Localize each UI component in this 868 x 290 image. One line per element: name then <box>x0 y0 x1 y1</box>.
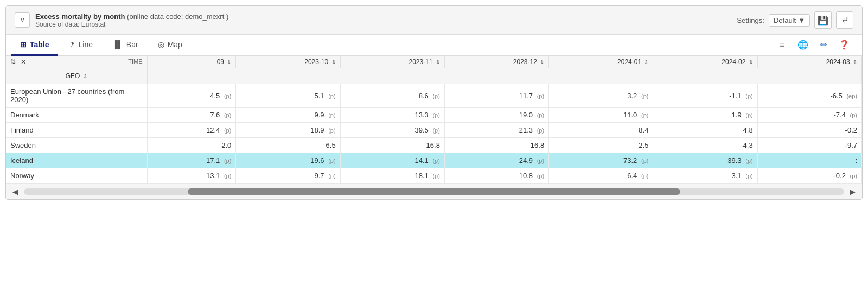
header-right: Settings: Default ▼ 💾 ⤶ <box>737 11 853 29</box>
flag-tag: (p) <box>224 157 231 164</box>
table-control-row: ⇅ ✕ TIME 09 ⇕ 2023-10 ⇕ 2023-11 ⇕ 2023-1 <box>6 56 862 68</box>
main-title: Excess mortality by month (online data c… <box>35 12 228 21</box>
data-cell: 1.9 (p) <box>653 108 757 123</box>
geo-header[interactable]: GEO ⇕ <box>6 68 147 84</box>
geo-cell: Iceland <box>6 153 147 168</box>
data-cell: 9.9 (p) <box>236 108 340 123</box>
flag-tag: (p) <box>745 93 752 99</box>
sort-icon[interactable]: ⇅ <box>10 58 16 66</box>
data-cell: 21.3 (p) <box>444 123 548 138</box>
col-2024-01-header[interactable]: 2024-01 ⇕ <box>549 56 653 68</box>
flag-tag: (p) <box>328 93 335 99</box>
data-cell: 7.6 (p) <box>147 108 236 123</box>
dropdown-arrow-icon: ▼ <box>798 16 805 24</box>
flag-tag: (p) <box>745 157 752 164</box>
sort-2023-11-icon: ⇕ <box>436 59 440 65</box>
col-2024-02-header[interactable]: 2024-02 ⇕ <box>653 56 757 68</box>
data-cell: -9.7 <box>757 138 861 153</box>
scrollbar-thumb[interactable] <box>188 188 680 195</box>
tab-map[interactable]: ◎ Map <box>149 35 191 56</box>
col-2023-09-header[interactable]: 09 ⇕ <box>147 56 236 68</box>
bar-tab-icon: ▐▌ <box>112 40 123 49</box>
flag-tag: (p) <box>432 127 439 134</box>
col-2023-12-header[interactable]: 2023-12 ⇕ <box>444 56 548 68</box>
flag-tag: (p) <box>224 173 231 179</box>
data-cell: 13.1 (p) <box>147 168 236 184</box>
table-row[interactable]: Iceland 17.1 (p) 19.6 (p) 14.1 (p) 24.9 … <box>6 153 862 168</box>
data-cell: 19.6 (p) <box>236 153 340 168</box>
flag-tag: (p) <box>224 112 231 118</box>
share-icon: ⤶ <box>841 14 849 26</box>
flag-tag: (p) <box>224 127 231 134</box>
flag-tag: (p) <box>432 157 439 164</box>
table-tab-label: Table <box>30 40 49 49</box>
table-row[interactable]: Sweden 2.0 6.5 16.8 16.8 2.5 -4.3 -9.7 <box>6 138 862 153</box>
geo-spacer <box>147 68 862 84</box>
data-cell: -1.1 (p) <box>653 84 757 108</box>
settings-dropdown[interactable]: Default ▼ <box>769 14 810 27</box>
data-cell: 6.5 <box>236 138 340 153</box>
edit-icon[interactable]: ✏ <box>815 37 832 53</box>
sort-2024-01-icon: ⇕ <box>644 59 648 65</box>
col-2023-11-header[interactable]: 2023-11 ⇕ <box>340 56 444 68</box>
data-cell: 24.9 (p) <box>444 153 548 168</box>
data-cell: 19.0 (p) <box>444 108 548 123</box>
help-icon[interactable]: ❓ <box>836 37 852 53</box>
scroll-right-button[interactable]: ▶ <box>846 186 859 197</box>
flag-tag: (p) <box>745 173 752 179</box>
data-cell: 73.2 (p) <box>549 153 653 168</box>
scroll-left-button[interactable]: ◀ <box>9 186 22 197</box>
data-cell: 12.4 (p) <box>147 123 236 138</box>
data-cell: 39.3 (p) <box>653 153 757 168</box>
settings-label: Settings: <box>737 16 764 24</box>
data-table: ⇅ ✕ TIME 09 ⇕ 2023-10 ⇕ 2023-11 ⇕ 2023-1 <box>6 56 862 184</box>
data-cell: -4.3 <box>653 138 757 153</box>
data-cell: 2.5 <box>549 138 653 153</box>
data-cell: : <box>757 153 861 168</box>
data-cell: -0.2 (p) <box>757 168 861 184</box>
flag-tag: (p) <box>641 157 648 164</box>
share-button[interactable]: ⤶ <box>836 11 853 29</box>
flag-tag: (p) <box>641 93 648 99</box>
table-row[interactable]: Denmark 7.6 (p) 9.9 (p) 13.3 (p) 19.0 (p… <box>6 108 862 123</box>
data-cell: 11.0 (p) <box>549 108 653 123</box>
flag-tag: (p) <box>432 173 439 179</box>
table-row[interactable]: Finland 12.4 (p) 18.9 (p) 39.5 (p) 21.3 … <box>6 123 862 138</box>
geo-subheader-row: GEO ⇕ <box>6 68 862 84</box>
table-row[interactable]: Norway 13.1 (p) 9.7 (p) 18.1 (p) 10.8 (p… <box>6 168 862 184</box>
data-cell: 13.3 (p) <box>340 108 444 123</box>
flag-tag: (p) <box>537 112 544 118</box>
map-tab-icon: ◎ <box>158 40 164 49</box>
sort-control-cell: ⇅ ✕ TIME <box>6 56 147 68</box>
table-row[interactable]: European Union - 27 countries (from 2020… <box>6 84 862 108</box>
sort-2023-12-icon: ⇕ <box>540 59 544 65</box>
data-cell: -7.4 (p) <box>757 108 861 123</box>
data-cell: -6.5 (ep) <box>757 84 861 108</box>
data-cell: 3.2 (p) <box>549 84 653 108</box>
data-cell: 9.7 (p) <box>236 168 340 184</box>
collapse-button[interactable]: ∨ <box>15 12 30 28</box>
save-button[interactable]: 💾 <box>814 11 832 29</box>
data-cell: 16.8 <box>444 138 548 153</box>
flag-tag: (p) <box>641 173 648 179</box>
flag-tag: (p) <box>537 157 544 164</box>
table-body: European Union - 27 countries (from 2020… <box>6 84 862 184</box>
scrollbar-track[interactable] <box>24 188 844 195</box>
globe-icon[interactable]: 🌐 <box>795 37 811 53</box>
tab-table[interactable]: ⊞ Table <box>11 35 58 56</box>
line-tab-icon: ↗ <box>67 39 76 50</box>
filter-icon[interactable]: ≡ <box>774 37 790 53</box>
tab-bar[interactable]: ▐▌ Bar <box>104 35 147 56</box>
tab-line[interactable]: ↗ Line <box>60 35 101 56</box>
data-cell: 17.1 (p) <box>147 153 236 168</box>
data-cell: 10.8 (p) <box>444 168 548 184</box>
table-container: ⇅ ✕ TIME 09 ⇕ 2023-10 ⇕ 2023-11 ⇕ 2023-1 <box>6 56 862 184</box>
flag-tag: (p) <box>850 112 857 118</box>
header-title: Excess mortality by month (online data c… <box>35 12 228 28</box>
col-2023-10-header[interactable]: 2023-10 ⇕ <box>236 56 340 68</box>
sort-2024-03-icon: ⇕ <box>853 59 857 65</box>
clear-icon[interactable]: ✕ <box>21 58 26 66</box>
data-cell: -0.2 <box>757 123 861 138</box>
col-2024-03-header[interactable]: 2024-03 ⇕ <box>757 56 861 68</box>
flag-tag: (p) <box>537 127 544 134</box>
